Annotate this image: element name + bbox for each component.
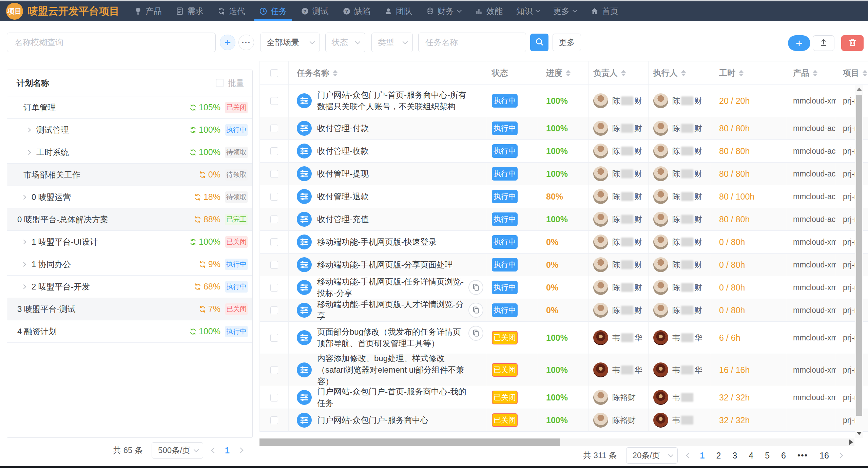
task-name-cell[interactable]: 移动端功能-手机网页版-人才详情浏览-分享 bbox=[289, 299, 487, 322]
task-name-cell[interactable]: 移动端功能-手机网页版-快速登录 bbox=[289, 231, 487, 254]
sort-icon[interactable] bbox=[813, 70, 817, 76]
add-task-button[interactable]: + bbox=[788, 35, 810, 51]
task-name-cell[interactable]: 门户网站-众包门户-首页-服务商中心-我的任务 bbox=[289, 386, 487, 409]
plan-prev-page-button[interactable] bbox=[211, 448, 217, 453]
row-checkbox[interactable] bbox=[270, 125, 278, 132]
nav-item-task[interactable]: 任务 bbox=[259, 1, 287, 21]
task-name-cell[interactable]: 收付管理-提现 bbox=[289, 163, 487, 185]
copy-icon[interactable] bbox=[468, 280, 483, 295]
plan-row[interactable]: 0 唛盟运营18%待领取 bbox=[7, 186, 252, 208]
column-header[interactable]: 项目 bbox=[836, 61, 868, 85]
row-checkbox[interactable] bbox=[270, 334, 278, 342]
sort-desc-icon[interactable] bbox=[863, 74, 867, 76]
chevron-right-icon[interactable] bbox=[21, 262, 26, 266]
sort-desc-icon[interactable] bbox=[681, 74, 686, 76]
sort-icon[interactable] bbox=[681, 70, 686, 76]
plan-row[interactable]: 订单管理105%已关闭 bbox=[7, 96, 252, 119]
column-header[interactable]: 进度 bbox=[537, 61, 589, 85]
sort-icon[interactable] bbox=[333, 70, 337, 76]
sort-desc-icon[interactable] bbox=[813, 74, 817, 76]
task-name-cell[interactable]: 收付管理-收款 bbox=[289, 140, 487, 163]
plan-row[interactable]: 0 唛盟平台-总体解决方案88%已完工 bbox=[7, 208, 252, 231]
page-number-2[interactable]: 2 bbox=[716, 451, 721, 461]
page-ellipsis[interactable]: ••• bbox=[797, 451, 808, 460]
task-name-cell[interactable]: 内容添加修改、bug处理、样式修改（safari浏览器对element ui部分… bbox=[289, 354, 487, 386]
plan-row[interactable]: 2 唛盟平台-开发68%执行中 bbox=[7, 276, 252, 298]
horizontal-scrollbar[interactable] bbox=[259, 438, 854, 446]
select-all-checkbox[interactable] bbox=[270, 69, 278, 77]
task-name-cell[interactable]: 页面部分bug修改（我发布的任务详情页顶部导航、首页研发管理工具等） bbox=[289, 322, 487, 354]
sort-icon[interactable] bbox=[621, 70, 626, 76]
scene-select[interactable]: 全部场景 bbox=[260, 33, 320, 52]
task-name-cell[interactable]: 移动端功能-手机网页版-任务详情页浏览-投标-分享 bbox=[289, 276, 487, 299]
sort-icon[interactable] bbox=[863, 70, 867, 76]
task-page-size-select[interactable]: 20条/页 bbox=[626, 447, 678, 464]
row-checkbox[interactable] bbox=[270, 147, 278, 155]
plan-page-1[interactable]: 1 bbox=[225, 446, 230, 455]
horizontal-scrollbar-thumb[interactable] bbox=[259, 438, 560, 446]
sort-desc-icon[interactable] bbox=[739, 74, 744, 76]
search-button[interactable] bbox=[530, 34, 548, 51]
more-filters-button[interactable]: 更多 bbox=[553, 34, 581, 51]
task-next-page-button[interactable] bbox=[837, 453, 843, 458]
page-number-3[interactable]: 3 bbox=[732, 451, 737, 461]
sort-asc-icon[interactable] bbox=[863, 70, 867, 73]
task-prev-page-button[interactable] bbox=[686, 453, 692, 458]
plan-row[interactable]: 工时系统100%待领取 bbox=[7, 141, 252, 164]
plan-row[interactable]: 3 唛盟平台-测试7%已关闭 bbox=[7, 298, 252, 320]
column-header[interactable]: 工时 bbox=[710, 61, 786, 85]
row-checkbox[interactable] bbox=[270, 306, 278, 314]
chevron-right-icon[interactable] bbox=[21, 239, 26, 244]
row-checkbox[interactable] bbox=[270, 261, 278, 269]
page-number-6[interactable]: 6 bbox=[781, 451, 786, 461]
row-checkbox[interactable] bbox=[270, 394, 278, 401]
scroll-right-arrow-icon[interactable] bbox=[849, 439, 853, 445]
nav-item-efficiency[interactable]: 效能 bbox=[475, 1, 503, 21]
column-header[interactable]: 负责人 bbox=[589, 61, 649, 85]
sort-asc-icon[interactable] bbox=[813, 70, 817, 73]
plan-row[interactable]: 市场部相关工作0%待领取 bbox=[7, 164, 252, 186]
nav-item-defect[interactable]: ?缺陷 bbox=[342, 1, 370, 21]
type-select[interactable]: 类型 bbox=[371, 33, 413, 52]
sort-asc-icon[interactable] bbox=[566, 70, 571, 73]
row-checkbox[interactable] bbox=[270, 284, 278, 292]
column-header[interactable]: 执行人 bbox=[649, 61, 710, 85]
page-number-16[interactable]: 16 bbox=[819, 451, 829, 461]
task-name-cell[interactable]: 门户网站-众包门户-首页-服务商中心-所有数据只关联个人账号，不关联组织架构 bbox=[289, 85, 487, 117]
nav-item-more[interactable]: 更多 bbox=[553, 1, 577, 21]
page-number-1[interactable]: 1 bbox=[700, 451, 705, 461]
sort-desc-icon[interactable] bbox=[333, 74, 337, 76]
task-name-cell[interactable]: 收付管理-付款 bbox=[289, 117, 487, 140]
plan-row[interactable]: 1 唛盟平台-UI设计100%已关闭 bbox=[7, 231, 252, 253]
chevron-right-icon[interactable] bbox=[26, 150, 31, 154]
row-checkbox[interactable] bbox=[270, 216, 278, 223]
nav-item-finance[interactable]: 财务 bbox=[426, 1, 461, 21]
column-header[interactable]: 产品 bbox=[786, 61, 836, 85]
sort-desc-icon[interactable] bbox=[566, 74, 571, 76]
sort-asc-icon[interactable] bbox=[621, 70, 626, 73]
chevron-right-icon[interactable] bbox=[21, 194, 26, 199]
plan-row[interactable]: 1 协同办公9%执行中 bbox=[7, 253, 252, 276]
export-button[interactable] bbox=[813, 35, 834, 51]
sort-asc-icon[interactable] bbox=[333, 70, 337, 73]
nav-item-knowledge[interactable]: 知识 bbox=[516, 1, 540, 21]
status-select[interactable]: 状态 bbox=[325, 33, 365, 52]
nav-item-home[interactable]: 首页 bbox=[590, 1, 618, 21]
task-name-cell[interactable]: 收付管理-退款 bbox=[289, 185, 487, 208]
sort-desc-icon[interactable] bbox=[621, 74, 626, 76]
row-checkbox[interactable] bbox=[270, 238, 278, 246]
task-name-cell[interactable]: 门户网站-众包门户-服务商中心 bbox=[289, 409, 487, 432]
sort-icon[interactable] bbox=[739, 70, 744, 76]
task-name-input[interactable] bbox=[418, 33, 526, 52]
task-name-cell[interactable]: 收付管理-充值 bbox=[289, 208, 487, 231]
copy-icon[interactable] bbox=[468, 326, 483, 341]
row-checkbox[interactable] bbox=[270, 193, 278, 201]
app-logo[interactable]: 项目 bbox=[6, 3, 23, 20]
column-header[interactable]: 状态 bbox=[487, 61, 537, 85]
nav-item-team[interactable]: 团队 bbox=[384, 1, 412, 21]
sort-icon[interactable] bbox=[566, 70, 571, 76]
column-header[interactable]: 任务名称 bbox=[289, 61, 487, 85]
plan-page-size-select[interactable]: 500条/页 bbox=[152, 442, 203, 458]
delete-button[interactable] bbox=[841, 35, 864, 51]
copy-icon[interactable] bbox=[468, 303, 483, 318]
